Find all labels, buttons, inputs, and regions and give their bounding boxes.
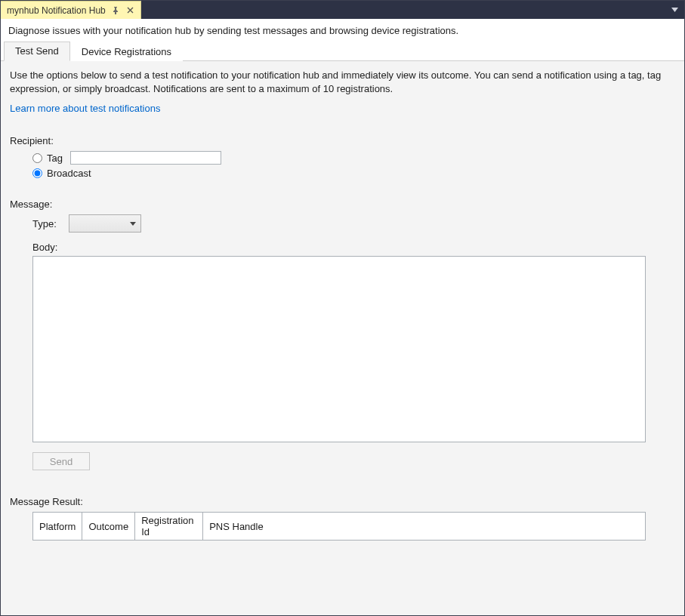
diagnose-description: Diagnose issues with your notification h… [1, 19, 684, 41]
close-icon[interactable] [125, 5, 136, 16]
tag-input[interactable] [70, 151, 221, 165]
result-table: Platform Outcome Registration Id PNS Han… [32, 512, 646, 541]
message-section: Message: Type: Body: Send [10, 199, 675, 470]
test-send-panel: Use the options below to send a test not… [1, 61, 684, 616]
recipient-tag-radio[interactable] [32, 153, 42, 163]
type-row: Type: [32, 214, 675, 233]
recipient-label: Recipient: [10, 135, 675, 146]
result-label: Message Result: [10, 496, 675, 507]
recipient-broadcast-label: Broadcast [47, 168, 91, 179]
window-menu-dropdown-icon[interactable] [668, 1, 681, 19]
body-textarea[interactable] [32, 256, 646, 442]
content-area: Diagnose issues with your notification h… [1, 19, 684, 616]
document-tab-title: mynhub Notification Hub [7, 5, 106, 16]
col-registration-id[interactable]: Registration Id [135, 513, 203, 541]
recipient-tag-row[interactable]: Tag [32, 151, 675, 165]
recipient-broadcast-row[interactable]: Broadcast [32, 168, 675, 179]
intro-text: Use the options below to send a test not… [10, 69, 675, 95]
result-header-row: Platform Outcome Registration Id PNS Han… [33, 513, 646, 541]
tab-device-registrations[interactable]: Device Registrations [70, 42, 183, 61]
body-label-row: Body: [32, 242, 675, 253]
document-tab[interactable]: mynhub Notification Hub [1, 1, 141, 19]
result-section: Message Result: Platform Outcome Registr… [10, 496, 675, 541]
tab-test-send[interactable]: Test Send [4, 42, 70, 61]
col-pns-handle[interactable]: PNS Handle [203, 513, 646, 541]
col-outcome[interactable]: Outcome [82, 513, 135, 541]
body-label: Body: [32, 242, 63, 253]
col-platform[interactable]: Platform [33, 513, 82, 541]
recipient-broadcast-radio[interactable] [32, 168, 42, 178]
send-button[interactable]: Send [32, 452, 90, 470]
learn-more-link[interactable]: Learn more about test notifications [10, 103, 160, 114]
recipient-section: Recipient: Tag Broadcast [10, 135, 675, 179]
title-bar: mynhub Notification Hub [1, 1, 684, 19]
recipient-tag-label: Tag [47, 152, 63, 164]
message-label: Message: [10, 199, 675, 210]
pin-icon[interactable] [110, 5, 121, 16]
inner-tab-strip: Test Send Device Registrations [1, 41, 684, 61]
type-label: Type: [32, 218, 63, 229]
type-select[interactable] [69, 214, 141, 233]
